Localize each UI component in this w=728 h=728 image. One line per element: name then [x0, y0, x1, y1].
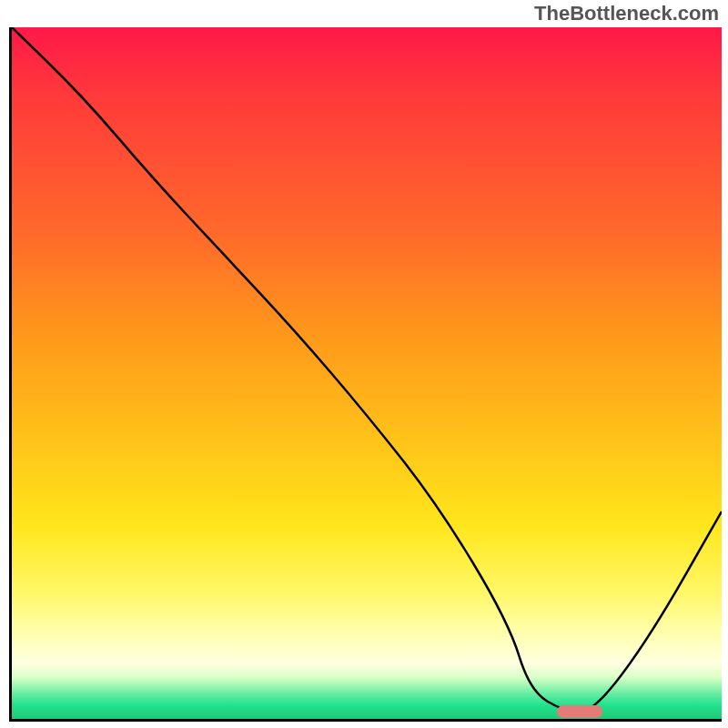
chart-plot-area — [9, 27, 722, 722]
curve-svg — [12, 27, 722, 719]
bottleneck-curve — [12, 27, 722, 712]
watermark-text: TheBottleneck.com — [534, 2, 719, 25]
optimal-marker — [557, 705, 602, 718]
